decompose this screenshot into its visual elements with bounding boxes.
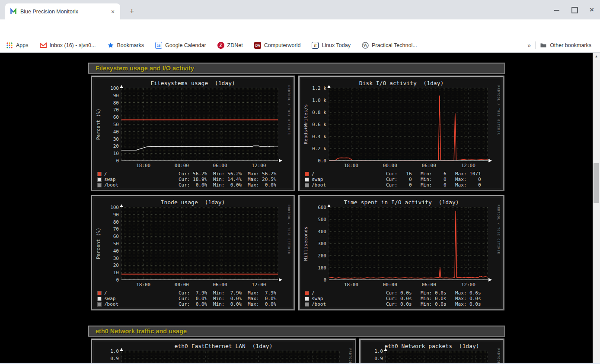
bookmark-apps[interactable]: Apps [6, 42, 29, 49]
chart-plot [119, 204, 285, 284]
chart-panel-eth0-packets[interactable]: eth0 Network packets (1day)Packets/s1.00… [359, 339, 504, 364]
bookmark-bookmarks[interactable]: Bookmarks [107, 42, 144, 49]
bookmark-inbox[interactable]: Inbox (16) - sjvn0... [40, 42, 96, 49]
legend-min: Min: 6 [421, 171, 455, 177]
bookmark-google-calendar[interactable]: 28 Google Calendar [155, 42, 206, 49]
legend-row: /Cur: 0.0sMin: 0.0sMax: 0.6s [305, 290, 500, 296]
legend-cur: Cur: 0 [386, 177, 421, 182]
monitorix-page: Filesystem usage and I/O activity Filesy… [0, 53, 600, 364]
y-tick-label: 0.9 [367, 356, 383, 361]
wordpress-icon: W [362, 42, 369, 49]
y-tick-label: 1.0 k [306, 98, 326, 103]
legend-cur: Cur: 16 [386, 171, 421, 177]
y-tick-label: 100 [306, 265, 326, 271]
bookmark-zdnet[interactable]: Z ZDNet [217, 42, 243, 49]
legend-series-name: / [104, 171, 107, 177]
legend-color-swatch [305, 291, 309, 295]
legend-label: /boot [97, 301, 179, 307]
window-close-button[interactable]: × [588, 6, 596, 14]
x-tick-label: 18:00 [344, 282, 358, 288]
section-title: eth0 Network traffic and usage [96, 328, 187, 335]
chart-panel-eth0-lan[interactable]: eth0 FastEthernet LAN (1day)1.00.90.80.7… [91, 339, 356, 364]
legend-label: swap [305, 296, 386, 301]
legend-color-swatch [97, 291, 102, 295]
x-tick-label: 18:00 [344, 163, 358, 168]
other-bookmarks[interactable]: Other bookmarks [540, 42, 591, 49]
bookmarks-overflow-chevron[interactable]: » [527, 42, 531, 49]
bookmark-computerworld[interactable]: CW Computerworld [254, 42, 301, 49]
legend-max: Max: 0.0% [248, 301, 282, 307]
legend-series-name: /boot [312, 182, 326, 188]
y-tick-label: 600 [306, 205, 326, 210]
y-tick-label: 200 [306, 253, 326, 259]
legend-min: Min: 7.9% [213, 290, 248, 296]
y-tick-label: 0 [98, 158, 119, 164]
y-tick-label: 300 [306, 241, 326, 247]
chart-panel-filesystems-usage[interactable]: Filesystems usage (1day)Percent (%)10090… [91, 76, 295, 191]
rrdtool-watermark: RRDTOOL / TOBI OETIKER [497, 348, 500, 364]
scrollbar-up-arrow[interactable]: ▲ [593, 53, 600, 60]
x-tick-label: 18:00 [136, 163, 150, 168]
y-tick-label: 100 [98, 205, 119, 210]
chart-plot [119, 348, 346, 364]
legend-color-swatch [305, 183, 309, 187]
legend-series-name: swap [312, 296, 323, 301]
new-tab-button[interactable]: + [126, 6, 137, 17]
legend-series-name: / [312, 290, 315, 296]
browser-tab[interactable]: Blue Precision Monitorix × [5, 3, 120, 19]
window-minimize-button[interactable] [553, 6, 561, 14]
rrdtool-watermark: RRDTOOL / TOBI OETIKER [287, 85, 290, 135]
window-maximize-button[interactable] [571, 6, 578, 14]
y-tick-label: 10 [98, 151, 119, 156]
rrdtool-watermark: RRDTOOL / TOBI OETIKER [497, 205, 500, 254]
legend-cur: Cur: 7.9% [179, 290, 213, 296]
legend-series-name: / [312, 171, 315, 177]
legend-series-name: / [104, 290, 107, 296]
legend-label: /boot [305, 301, 386, 307]
x-tick-label: 00:00 [175, 282, 189, 288]
legend-label: /boot [305, 182, 386, 188]
legend-color-swatch [305, 177, 309, 182]
legend-max: Max: 0.0s [455, 301, 490, 307]
section-title: Filesystem usage and I/O activity [96, 65, 194, 72]
legend-min: Min: 0.0s [421, 301, 455, 307]
legend-series-name: swap [104, 177, 116, 182]
chart-plot [326, 204, 495, 284]
y-tick-label: 50 [98, 241, 119, 247]
legend-row: /bootCur: 0.0sMin: 0.0sMax: 0.0s [305, 301, 500, 307]
bookmark-practical-technology[interactable]: W Practical Technol... [362, 42, 417, 49]
y-tick-label: 0.8 k [306, 110, 326, 115]
y-tick-label: 10 [98, 270, 119, 275]
y-tick-label: 0.6 k [306, 122, 326, 127]
y-tick-label: 100 [98, 85, 119, 91]
legend-min: Min: 0.0s [421, 296, 455, 301]
chart-panel-time-io[interactable]: Time spent in I/O activity (1day)Millise… [298, 195, 504, 310]
scrollbar-thumb[interactable] [594, 163, 599, 203]
chart-panel-inode-usage[interactable]: Inode usage (1day)Percent (%)10090807060… [91, 195, 295, 310]
x-tick-label: 12:00 [252, 163, 266, 168]
legend-min: Min: 0.0% [213, 182, 248, 188]
legend-cur: Cur: 0.0s [386, 301, 421, 307]
browser-toolbar: localhost:8080/monitorix-cgi/monitorix.c… [0, 19, 600, 38]
y-tick-label: 90 [98, 212, 119, 218]
legend-label: /boot [97, 182, 179, 188]
y-tick-label: 40 [98, 129, 119, 135]
legend-row: swapCur: 0.0sMin: 0.0sMax: 0.0s [305, 296, 500, 301]
legend-max: Max: 0 [455, 182, 490, 188]
bookmark-linux-today[interactable]: lt Linux Today [312, 42, 351, 49]
legend-min: Min: 0.0% [213, 296, 248, 301]
tab-title: Blue Precision Monitorix [20, 9, 109, 15]
legend-series-name: swap [312, 177, 323, 182]
chart-image: eth0 Network packets (1day)Packets/s1.00… [362, 342, 501, 364]
tab-close-icon[interactable]: × [109, 8, 117, 16]
legend-max: Max: 7.9% [248, 290, 282, 296]
y-tick-label: 60 [98, 114, 119, 120]
legend-max: Max: 20.5% [248, 177, 282, 182]
chart-image: Inode usage (1day)Percent (%)10090807060… [94, 198, 292, 307]
x-tick-label: 00:00 [383, 282, 397, 288]
y-tick-label: 30 [98, 256, 119, 261]
vertical-scrollbar[interactable]: ▲ [593, 53, 600, 364]
x-tick-label: 06:00 [422, 282, 436, 288]
y-tick-label: 1.2 k [306, 85, 326, 91]
chart-panel-disk-io[interactable]: Disk I/O activity (1day)Reads+Writes/s1.… [298, 76, 504, 191]
